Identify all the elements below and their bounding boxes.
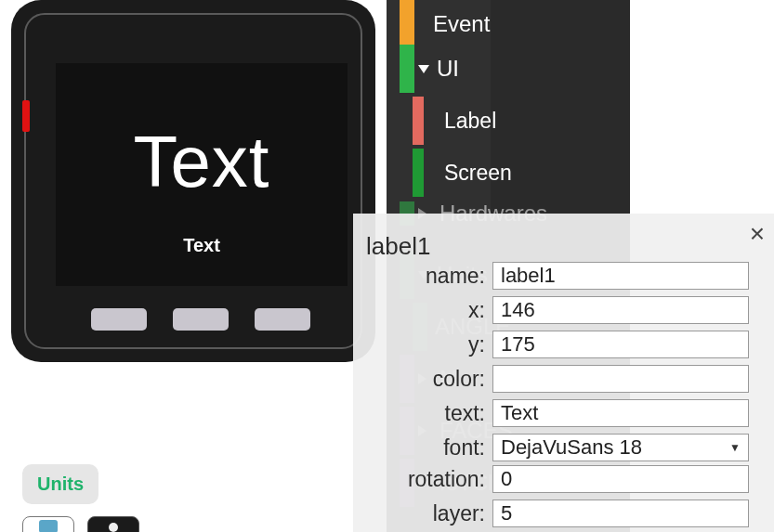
prop-layer-label: layer: xyxy=(353,501,492,526)
prop-name-label: name: xyxy=(353,264,492,289)
prop-font-label: font: xyxy=(353,435,492,461)
category-ui-label: UI xyxy=(437,56,459,82)
close-icon[interactable]: × xyxy=(750,221,765,247)
units-button[interactable]: Units xyxy=(22,464,98,504)
category-event-label: Event xyxy=(433,11,490,37)
subcategory-screen-text: Screen xyxy=(444,161,512,186)
category-ui-bar xyxy=(400,45,414,93)
prop-y-input[interactable] xyxy=(492,331,749,358)
preview-label0-text[interactable]: Text xyxy=(133,119,269,203)
prop-font-select[interactable]: DejaVuSans 18 ▼ xyxy=(492,434,749,461)
properties-title: label1 xyxy=(366,232,430,261)
prop-color-input[interactable] xyxy=(492,365,749,393)
prop-y-label: y: xyxy=(353,332,492,357)
unit-slot-1[interactable] xyxy=(22,516,74,532)
unit-slot-2[interactable] xyxy=(87,516,139,532)
prop-x-label: x: xyxy=(353,298,492,323)
subcategory-screen-bar xyxy=(413,149,424,197)
device-hw-button-a[interactable] xyxy=(91,308,147,331)
prop-text-input[interactable] xyxy=(492,399,749,427)
chevron-down-icon xyxy=(418,65,429,73)
subcategory-label-text: Label xyxy=(444,109,496,134)
subcategory-screen[interactable]: Screen xyxy=(387,149,630,197)
subcategory-label-bar xyxy=(413,97,424,145)
prop-rotation-label: rotation: xyxy=(353,467,492,492)
prop-name-input[interactable] xyxy=(492,262,749,290)
category-event[interactable]: Event xyxy=(387,0,630,48)
device-hw-button-b[interactable] xyxy=(173,308,229,331)
category-event-bar xyxy=(400,0,414,48)
category-ui[interactable]: UI xyxy=(387,45,630,93)
device-frame: Text Text xyxy=(11,0,375,362)
prop-x-input[interactable] xyxy=(492,296,749,324)
prop-rotation-input[interactable] xyxy=(492,465,749,493)
subcategory-label[interactable]: Label xyxy=(387,97,630,145)
prop-text-label: text: xyxy=(353,401,492,426)
device-screen[interactable]: Text Text xyxy=(56,63,348,286)
chevron-down-icon: ▼ xyxy=(729,441,741,454)
device-hw-button-c[interactable] xyxy=(255,308,310,331)
device-side-marker xyxy=(22,100,30,132)
preview-pane: Text Text Units xyxy=(0,0,387,532)
prop-layer-input[interactable] xyxy=(492,500,749,527)
prop-font-value: DejaVuSans 18 xyxy=(501,435,642,460)
prop-color-label: color: xyxy=(353,367,492,392)
preview-label1-text[interactable]: Text xyxy=(183,235,220,256)
properties-panel: × label1 name: x: y: color: text: font: … xyxy=(353,214,774,532)
